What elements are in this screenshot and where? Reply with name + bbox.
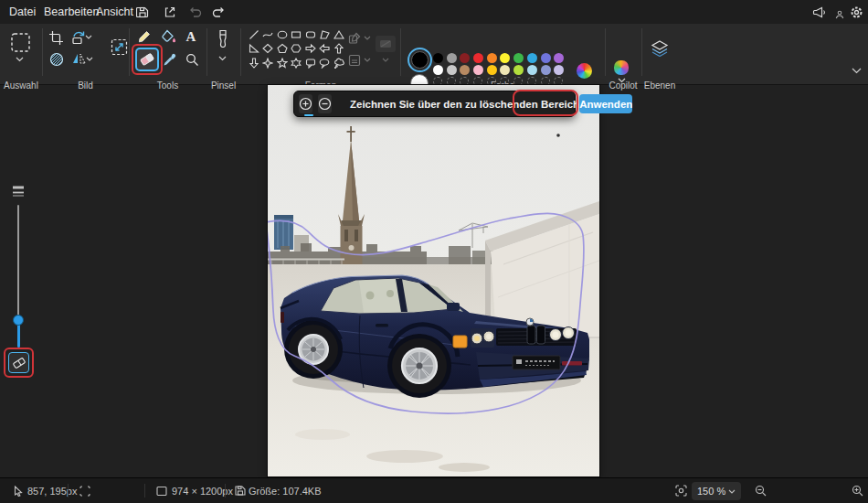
shape-arrow-down-icon[interactable] [247,56,260,70]
eraser-icon [140,53,154,66]
shape-callout-rounded-icon[interactable] [303,56,317,70]
palette-swatch[interactable] [487,65,497,75]
menu-bearbeiten[interactable]: Bearbeiten [44,5,99,18]
image-size-value: 974 × 1200px [172,486,233,497]
eraser-icon [13,358,26,369]
canvas-image[interactable] [268,85,599,476]
shape-heart-icon[interactable] [247,70,260,72]
shape-right-triangle-icon[interactable] [247,42,260,56]
palette-swatch[interactable] [473,53,483,63]
flip-icon[interactable] [70,50,87,67]
pencil-icon[interactable] [135,27,153,46]
palette-swatch[interactable] [433,53,443,63]
palette-swatch[interactable] [541,53,551,63]
chevron-down-icon[interactable] [364,36,371,40]
shape-arrow-left-icon[interactable] [318,42,332,56]
magnifier-icon[interactable] [184,51,200,68]
add-to-selection-button[interactable] [299,94,312,113]
zoom-out-icon[interactable] [755,485,767,497]
menu-ansicht[interactable]: Ansicht [96,5,133,18]
layers-icon[interactable] [650,38,670,59]
crop-icon[interactable] [47,28,65,47]
shape-triangle-icon[interactable] [332,27,345,41]
palette-swatch[interactable] [527,65,537,75]
chevron-down-icon[interactable] [382,58,389,62]
fit-screen-icon[interactable] [675,485,687,497]
palette-swatch[interactable] [541,65,551,75]
size-slider-thumb[interactable] [13,315,24,326]
shape-pentagon-icon[interactable] [275,42,289,56]
sidebar-eraser-button[interactable] [8,352,29,373]
edit-colors-wheel-icon[interactable] [577,63,592,79]
palette-swatch[interactable] [433,65,443,75]
palette-row-1 [433,53,564,63]
brush-icon[interactable] [213,27,233,49]
chevron-down-icon[interactable] [364,58,371,62]
shape-star-six-icon[interactable] [290,56,303,70]
palette-swatch[interactable] [487,53,497,63]
fill-bucket-icon[interactable] [159,27,177,46]
settings-gear-icon[interactable] [849,5,863,19]
eraser-tool-button[interactable] [135,48,159,71]
undo-icon[interactable] [187,5,202,19]
redo-icon[interactable] [211,5,226,19]
shape-line-icon[interactable] [247,27,260,41]
group-label-pinsel: Pinsel [206,80,240,91]
shape-callout-oval-icon[interactable] [318,56,332,70]
zoom-in-icon[interactable] [852,485,863,497]
color1-swatch[interactable] [408,48,432,72]
shape-curve-icon[interactable] [261,27,275,41]
shape-arrow-up-icon[interactable] [332,42,345,56]
shape-oval-icon[interactable] [275,27,289,41]
share-icon[interactable] [163,5,177,19]
palette-swatch[interactable] [447,53,457,63]
shape-diamond-icon[interactable] [261,42,275,56]
shape-rounded-rectangle-icon[interactable] [303,27,317,41]
palette-swatch[interactable] [513,53,524,63]
save-icon[interactable] [135,5,150,19]
shape-callout-cloud-icon[interactable] [332,56,345,70]
zoom-level-select[interactable]: 150 % [692,482,741,500]
shape-star-four-icon[interactable] [261,56,275,70]
resize-icon[interactable] [108,36,130,58]
shape-fill-icon[interactable] [347,53,362,68]
remove-background-icon[interactable] [48,50,66,69]
ribbon-collapse-chevron[interactable] [852,68,862,74]
palette-swatch[interactable] [513,65,524,75]
brush-cursor-dot [556,134,560,137]
divider [225,484,226,498]
rect-select-icon[interactable] [8,30,33,55]
eyedropper-icon[interactable] [162,51,178,68]
divider [42,28,43,76]
palette-swatch[interactable] [527,53,537,63]
shape-outline-icon[interactable] [347,31,362,46]
anwenden-button[interactable]: Anwenden [579,94,632,113]
shape-star-five-icon[interactable] [275,56,289,70]
copilot-icon[interactable] [614,60,629,75]
palette-swatch[interactable] [554,65,564,75]
palette-swatch[interactable] [460,65,470,75]
shape-lightning-icon[interactable] [261,70,275,72]
text-icon[interactable]: A [183,27,199,46]
group-label-auswahl: Auswahl [0,80,42,91]
shape-rectangle-icon[interactable] [290,27,303,41]
remove-from-selection-button[interactable] [318,94,332,113]
palette-swatch[interactable] [473,65,483,75]
chevron-down-icon[interactable] [86,57,93,61]
account-person-icon[interactable] [832,7,847,22]
shape-quadrilateral-icon[interactable] [318,27,332,41]
active-indicator [304,114,313,117]
palette-swatch[interactable] [554,53,564,63]
palette-swatch[interactable] [500,65,510,75]
menu-datei[interactable]: Datei [9,5,36,18]
palette-swatch[interactable] [500,53,510,63]
chevron-down-icon[interactable] [85,35,92,39]
size-slider-track[interactable] [17,205,19,316]
shape-arrow-right-icon[interactable] [303,42,317,56]
palette-swatch[interactable] [447,65,457,75]
chevron-down-icon[interactable] [16,57,24,62]
palette-swatch[interactable] [460,53,470,63]
shape-hexagon-icon[interactable] [290,42,303,56]
feedback-megaphone-icon[interactable] [811,5,826,19]
chevron-down-icon[interactable] [218,56,227,61]
